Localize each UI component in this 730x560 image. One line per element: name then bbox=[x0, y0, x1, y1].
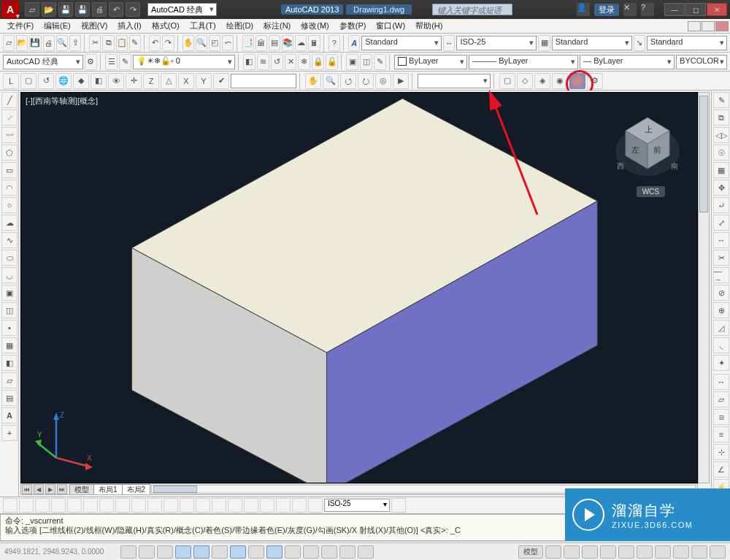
circle-icon[interactable]: ○ bbox=[1, 197, 18, 213]
explode-icon[interactable]: ✦ bbox=[713, 355, 729, 371]
menu-dimension[interactable]: 标注(N) bbox=[259, 19, 295, 33]
massprop-icon[interactable]: ⧇ bbox=[713, 409, 729, 425]
scale-icon[interactable]: ⤢ bbox=[713, 215, 729, 231]
wcs-badge[interactable]: WCS bbox=[637, 186, 665, 197]
vs-realistic-icon[interactable]: ◉ bbox=[552, 73, 568, 89]
ucs-origin-icon[interactable]: ✛ bbox=[126, 73, 142, 89]
am-toggle[interactable] bbox=[358, 545, 374, 559]
menu-tools[interactable]: 工具(T) bbox=[185, 19, 220, 33]
ucs-z-icon[interactable]: Z bbox=[143, 73, 159, 89]
undo2-icon[interactable]: ↶ bbox=[149, 35, 161, 51]
copy-obj-icon[interactable]: ⧉ bbox=[713, 110, 729, 126]
zoom-prev-icon[interactable]: ⤺ bbox=[222, 35, 234, 51]
ucs-apply-icon[interactable]: ✔ bbox=[213, 73, 229, 89]
app-menu-button[interactable]: A bbox=[1, 1, 19, 18]
minimize-button[interactable]: — bbox=[664, 3, 685, 16]
ucs-named-icon[interactable]: ▢ bbox=[20, 73, 36, 89]
ucs-world-icon[interactable]: 🌐 bbox=[55, 73, 72, 89]
orbit-free-icon[interactable]: ⭮ bbox=[358, 73, 374, 89]
help-icon-tb[interactable]: ? bbox=[328, 35, 340, 51]
fillet-icon[interactable]: ◟ bbox=[713, 337, 729, 353]
rectangle-icon[interactable]: ▭ bbox=[1, 162, 18, 178]
paste-icon[interactable]: 📋 bbox=[116, 35, 128, 51]
color-dropdown[interactable]: ByLayer bbox=[394, 55, 467, 69]
publish-icon[interactable]: ⇪ bbox=[69, 35, 81, 51]
xline-icon[interactable]: ⟋ bbox=[1, 110, 18, 126]
dim-jogged-icon[interactable] bbox=[83, 498, 98, 513]
tolerance-icon[interactable] bbox=[212, 498, 226, 513]
textstyle-a-icon[interactable]: A bbox=[348, 35, 360, 51]
chamfer-icon[interactable]: ◿ bbox=[713, 320, 729, 336]
ellipse-icon[interactable]: ⬭ bbox=[1, 250, 18, 266]
viewcube[interactable]: 上 左 前 西 南 bbox=[612, 110, 683, 180]
ucs-y-icon[interactable]: Y bbox=[196, 73, 212, 89]
pan-icon-a[interactable]: ✋ bbox=[182, 35, 194, 51]
copy-icon[interactable]: ⧉ bbox=[102, 35, 114, 51]
arc-icon[interactable]: ◠ bbox=[1, 180, 18, 196]
angle-icon[interactable]: ∠ bbox=[713, 461, 729, 477]
dim-quick-icon[interactable] bbox=[131, 498, 146, 513]
showmotion-icon[interactable]: ▶ bbox=[393, 73, 409, 89]
mdi-close[interactable] bbox=[715, 21, 729, 31]
menu-help[interactable]: 帮助(H) bbox=[411, 19, 447, 33]
dimstyle-icon[interactable]: ↔ bbox=[443, 35, 455, 51]
gradient-icon[interactable]: ◧ bbox=[1, 355, 18, 371]
dimstyle2-dropdown[interactable]: ISO-25 bbox=[324, 499, 390, 512]
maximize-button[interactable]: ◻ bbox=[685, 3, 706, 16]
saveas-icon[interactable]: 💾 bbox=[75, 2, 90, 17]
dim-aligned-icon[interactable] bbox=[19, 498, 34, 513]
ucs-obj-icon[interactable]: ◆ bbox=[73, 73, 89, 89]
tab-prev-icon[interactable]: ◀ bbox=[34, 484, 44, 494]
menu-edit[interactable]: 编辑(E) bbox=[39, 19, 75, 33]
region-icon[interactable]: ▱ bbox=[1, 372, 18, 388]
ucs-face-icon[interactable]: ◧ bbox=[91, 73, 107, 89]
extend-icon[interactable]: —→ bbox=[713, 267, 729, 283]
dim-baseline-icon[interactable] bbox=[147, 498, 162, 513]
otrack-toggle[interactable] bbox=[230, 545, 246, 559]
viewport[interactable]: [-][西南等轴测][概念] Z X Y bbox=[20, 92, 698, 483]
textstyle-dropdown[interactable]: Standard bbox=[361, 36, 442, 50]
tablestyle-dropdown[interactable]: Standard bbox=[552, 36, 632, 50]
dim-radius-icon[interactable] bbox=[67, 498, 82, 513]
addselected-icon[interactable]: + bbox=[1, 425, 18, 441]
mdi-restore[interactable] bbox=[702, 21, 715, 31]
qcalc-icon[interactable]: 🖩 bbox=[308, 35, 320, 51]
erase-icon[interactable]: ✎ bbox=[713, 92, 729, 108]
menu-param[interactable]: 参数(P) bbox=[335, 19, 371, 33]
3dosnap-toggle[interactable] bbox=[212, 545, 228, 559]
layerlock-icon[interactable]: 🔒 bbox=[312, 54, 324, 70]
layerprev-icon[interactable]: ↺ bbox=[271, 54, 283, 70]
centermark-icon[interactable] bbox=[228, 498, 242, 513]
blockedit-icon[interactable]: ✎ bbox=[374, 54, 386, 70]
annoscale-icon[interactable] bbox=[582, 545, 598, 559]
hatch-icon[interactable]: ▦ bbox=[1, 337, 18, 353]
dim-space-icon[interactable] bbox=[180, 498, 194, 513]
menu-file[interactable]: 文件(F) bbox=[3, 19, 38, 33]
dimtedit-icon[interactable] bbox=[292, 498, 307, 513]
namedview-dropdown[interactable] bbox=[418, 74, 491, 88]
revcloud-icon[interactable]: ☁ bbox=[1, 215, 18, 231]
menu-modify[interactable]: 修改(M) bbox=[296, 19, 334, 33]
scrollbar-vertical[interactable] bbox=[698, 92, 710, 483]
save-icon[interactable]: 💾 bbox=[58, 2, 73, 17]
rotate-icon[interactable]: ⤾ bbox=[713, 197, 729, 213]
tpy-toggle[interactable] bbox=[303, 545, 319, 559]
mirror-icon[interactable]: ◁▷ bbox=[713, 127, 729, 143]
annovis-icon[interactable] bbox=[600, 545, 616, 559]
zoom-rt-icon[interactable]: 🔍 bbox=[323, 73, 339, 89]
layerunlock-icon[interactable]: 🔓 bbox=[326, 54, 338, 70]
qp-toggle[interactable] bbox=[321, 545, 337, 559]
join-icon[interactable]: ⊕ bbox=[713, 302, 729, 318]
layeroff-icon[interactable]: ✕ bbox=[285, 54, 297, 70]
tablestyle-icon[interactable]: ▦ bbox=[538, 35, 550, 51]
print-icon[interactable]: 🖨 bbox=[43, 35, 55, 51]
properties-icon[interactable]: 📑 bbox=[242, 35, 254, 51]
redo-icon[interactable]: ↷ bbox=[126, 2, 140, 17]
vs-hidden-icon[interactable]: ◈ bbox=[534, 73, 550, 89]
dim-ord-icon[interactable] bbox=[51, 498, 66, 513]
menu-format[interactable]: 格式(O) bbox=[147, 19, 184, 33]
stretch-icon[interactable]: ↔ bbox=[713, 232, 729, 248]
dimedit-icon[interactable] bbox=[276, 498, 291, 513]
osnap-toggle[interactable] bbox=[193, 545, 210, 559]
makeblk-icon[interactable]: ◫ bbox=[1, 302, 18, 318]
